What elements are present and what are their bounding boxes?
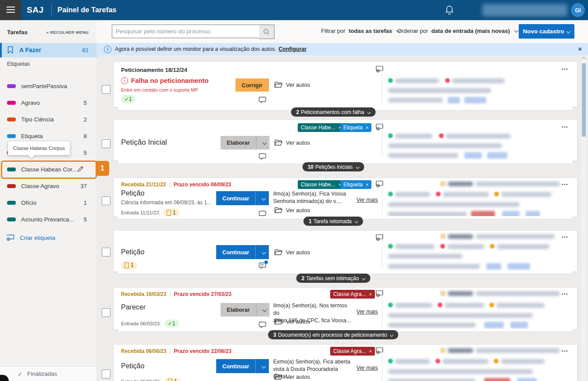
scrollbar-thumb[interactable]: [582, 63, 586, 137]
card-tag[interactable]: Classe Agra...×: [330, 290, 375, 299]
sidebar-item-a-fazer[interactable]: A Fazer 61: [0, 43, 98, 57]
continuar-button[interactable]: Continuar: [216, 359, 255, 373]
search-icon: [263, 28, 270, 36]
card-menu-button[interactable]: •••: [562, 235, 568, 239]
continuar-split-button[interactable]: Continuar: [216, 359, 269, 373]
tag-close-icon[interactable]: ×: [366, 125, 368, 130]
card-menu-button[interactable]: •••: [562, 292, 568, 296]
ver-autos-button[interactable]: Ver autos: [274, 249, 310, 256]
ver-autos-button[interactable]: Ver autos: [274, 139, 310, 146]
corrigir-button[interactable]: Corrigir: [235, 78, 269, 92]
group-pill-documentos-peticionamento[interactable]: 3Documento(s) em processo de peticioname…: [268, 330, 398, 339]
ver-autos-button[interactable]: Ver autos: [274, 318, 310, 325]
card-tag[interactable]: Classe Agra...×: [330, 347, 375, 356]
task-checkbox[interactable]: [102, 139, 110, 148]
search-button[interactable]: [259, 25, 274, 39]
group-pill-peticoes-iniciais[interactable]: 10Petições iniciais: [303, 162, 364, 171]
continuar-button[interactable]: Continuar: [216, 191, 255, 205]
doc-count-badge: 1: [164, 377, 181, 381]
card-tag[interactable]: Classe Habe...×: [298, 123, 344, 132]
search-input[interactable]: [112, 25, 266, 38]
card-tag[interactable]: Etiqueta×: [340, 123, 371, 132]
elaborar-split-button[interactable]: Elaborar: [221, 136, 270, 150]
sidebar-item-sempartepassiva[interactable]: semPartePassiva: [0, 80, 96, 92]
comment-with-notification-icon[interactable]: [259, 262, 266, 269]
new-registration-label: Novo cadastro: [523, 28, 564, 35]
divider: [382, 124, 382, 156]
ver-mais-link[interactable]: Ver mais: [356, 365, 378, 371]
elaborar-dropdown[interactable]: [256, 303, 270, 317]
comment-icon[interactable]: [259, 153, 266, 160]
error-title: Falha no peticionamento: [131, 77, 209, 84]
banner-close-icon[interactable]: ×: [578, 45, 582, 53]
task-card: Peticionamento 18/12/24 i Falha no petic…: [113, 61, 577, 107]
chevron-down-icon: [390, 333, 393, 336]
ver-autos-button[interactable]: Ver autos: [274, 374, 310, 380]
continuar-split-button[interactable]: Continuar: [216, 191, 269, 205]
notifications-bell-icon[interactable]: [445, 5, 454, 15]
card-menu-button[interactable]: •••: [562, 182, 568, 187]
toolbar: Filtrar por todas as tarefas Ordenar por…: [96, 20, 588, 43]
continuar-dropdown[interactable]: [255, 359, 269, 373]
new-registration-button[interactable]: Novo cadastro: [519, 24, 574, 39]
sidebar-item-tipo-ciencia[interactable]: Tipo Ciência 2: [0, 113, 96, 125]
banner-configure-link[interactable]: Configurar: [278, 46, 306, 52]
page-title: Painel de Tarefas: [57, 6, 117, 14]
continuar-dropdown[interactable]: [255, 191, 269, 205]
card-tag[interactable]: Etiqueta×: [340, 180, 371, 189]
hamburger-menu-button[interactable]: [0, 0, 21, 20]
divider: [269, 79, 269, 93]
card-tag[interactable]: Classe Habe...×: [298, 180, 344, 189]
comment-icon[interactable]: [259, 96, 266, 103]
task-checkbox[interactable]: [102, 308, 110, 317]
bookmark-icon: [7, 46, 14, 54]
elaborar-split-button[interactable]: Elaborar: [221, 303, 270, 317]
elaborar-dropdown[interactable]: [256, 136, 270, 150]
status-line: Recebida 06/06/23|Prazo vencido 22/06/23: [121, 348, 232, 354]
card-menu-button[interactable]: •••: [562, 67, 568, 71]
group-pill-tarefas-sem-intimacao[interactable]: 2Tarefas sem intimação: [296, 274, 371, 283]
sidebar-item-classe-agravo[interactable]: Classe Agravo 37: [0, 180, 96, 192]
task-checkbox[interactable]: [102, 196, 110, 205]
ver-autos-button[interactable]: Ver autos: [274, 207, 310, 214]
card-menu-button[interactable]: •••: [562, 125, 568, 129]
banner-message: Agora é possível definir um monitor para…: [115, 46, 276, 52]
ver-mais-link[interactable]: Ver mais: [356, 309, 378, 315]
comment-icon[interactable]: [259, 321, 266, 328]
group-pill-tarefa-retomada[interactable]: 1Tarefa retomada: [303, 217, 363, 226]
sidebar-item-agravo[interactable]: Agravo 5: [0, 96, 96, 109]
tag-label: Etiqueta: [21, 133, 43, 139]
ver-autos-button[interactable]: Ver autos: [274, 82, 310, 88]
divider: [382, 235, 382, 267]
continuar-split-button[interactable]: Continuar: [216, 245, 269, 259]
finalizadas-button[interactable]: ✓ Finalizadas: [0, 366, 96, 381]
ver-mais-link[interactable]: Ver mais: [356, 197, 378, 203]
tag-close-icon[interactable]: ×: [366, 182, 368, 187]
tag-close-icon[interactable]: ×: [369, 292, 372, 297]
task-checkbox[interactable]: [102, 370, 110, 378]
elaborar-button[interactable]: Elaborar: [221, 136, 256, 150]
task-checkbox[interactable]: [102, 85, 110, 94]
ver-autos-label: Ver autos: [286, 374, 310, 380]
create-tag-button[interactable]: Criar etiqueta: [0, 231, 96, 244]
task-checkbox[interactable]: [102, 248, 110, 256]
sidebar-item-oficio[interactable]: Ofício 1: [0, 196, 96, 209]
scrollbar-up-arrow[interactable]: [582, 57, 586, 61]
sort-control[interactable]: Ordenar por data de entrada (mais novas): [397, 28, 518, 34]
collapse-menu-button[interactable]: « RECOLHER MENU: [46, 30, 89, 35]
user-avatar[interactable]: GI: [571, 3, 585, 17]
party-status-dot: [388, 78, 393, 83]
group-pill-peticionamentos-falha[interactable]: 2Peticionamentos com falha: [291, 107, 376, 117]
doc-count-badge: 1: [121, 261, 137, 269]
elaborar-button[interactable]: Elaborar: [221, 303, 256, 317]
continuar-dropdown[interactable]: [255, 245, 269, 259]
info-banner: i Agora é possível definir um monitor pa…: [96, 43, 588, 55]
tag-close-icon[interactable]: ×: [369, 349, 372, 354]
task-card: Recebida 21/11/22|Prazo vencido 06/09/23…: [113, 178, 577, 217]
continuar-button[interactable]: Continuar: [216, 245, 255, 259]
error-subtitle: Entre em contato com o suporte MP: [121, 87, 198, 93]
filter-control[interactable]: Filtrar por todas as tarefas: [321, 28, 400, 34]
sidebar-item-etiqueta[interactable]: Etiqueta 8: [0, 130, 96, 142]
sidebar-item-assunto-prevaricacao[interactable]: Assunto Prevarica... 5: [0, 213, 96, 225]
card-menu-button[interactable]: •••: [562, 349, 568, 353]
